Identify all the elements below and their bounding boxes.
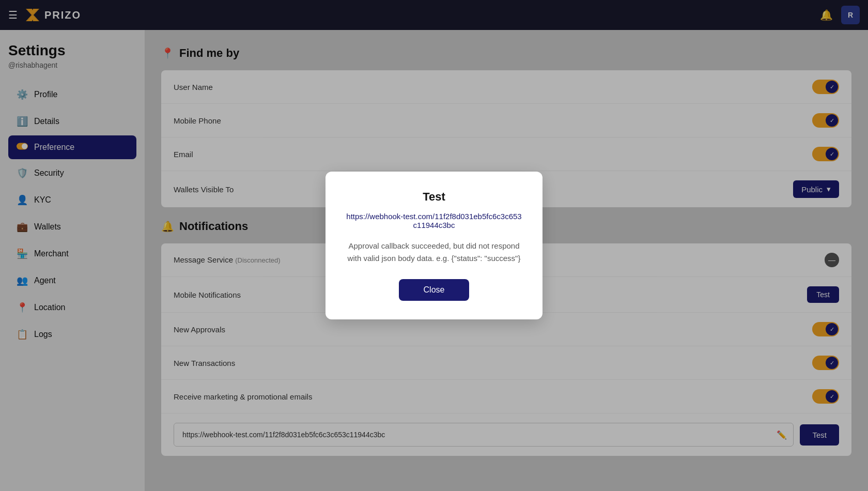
modal-message: Approval callback succeeded, but did not… (346, 240, 522, 265)
modal-close-button[interactable]: Close (399, 279, 470, 301)
modal-overlay: Test https://webhook-test.com/11f2f8d031… (0, 0, 868, 491)
modal-url: https://webhook-test.com/11f2f8d031eb5fc… (346, 212, 522, 229)
modal-title: Test (346, 190, 522, 204)
modal: Test https://webhook-test.com/11f2f8d031… (326, 172, 542, 319)
